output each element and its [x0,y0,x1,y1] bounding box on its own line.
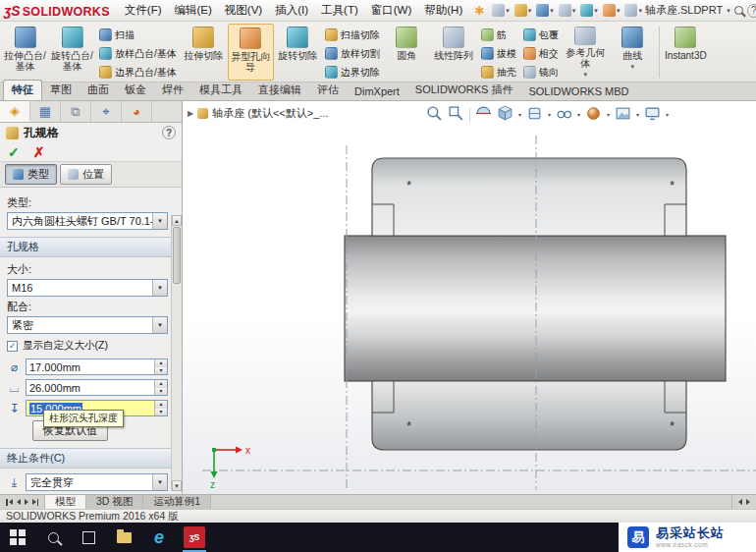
new-document-button[interactable]: ▾ [490,2,512,19]
solidworks-taskbar-button[interactable]: ʒS [177,523,212,552]
first-tab-button[interactable] [6,499,13,506]
size-dropdown[interactable]: M16 ▾ [7,279,168,297]
ribbon-button-mirror[interactable]: 镜向 [520,64,562,81]
save-button[interactable]: ▾ [534,2,556,19]
ribbon-button-revolve-boss[interactable]: 旋转凸台/基体 [49,24,95,81]
ribbon-button-extrude-boss[interactable]: 拉伸凸台/基体 [2,24,48,81]
open-button[interactable]: ▾ [513,2,534,19]
ribbon-button-lofted-boss[interactable]: 放样凸台/基体 [96,45,180,62]
ribbon-button-hole-wizard[interactable]: 异型孔向导 [228,24,274,81]
chevron-down-icon[interactable]: ▾ [518,111,521,118]
tab-sheet-metal[interactable]: 钣金 [117,81,154,100]
help-button[interactable]: ? [747,4,756,18]
ribbon-button-wrap[interactable]: 包覆 [520,27,562,43]
taskbar-search-button[interactable] [35,523,71,552]
custom-size-checkbox[interactable]: ✓ [7,341,18,352]
zoom-area-icon[interactable] [448,105,464,124]
ribbon-button-rib[interactable]: 筋 [478,27,519,43]
spin-down-icon[interactable]: ▾ [155,367,167,375]
scrollbar-thumb[interactable] [173,227,181,284]
ok-button[interactable]: ✓ [8,144,20,160]
subtab-type[interactable]: 类型 [5,164,57,185]
print-button[interactable]: ▾ [557,2,578,19]
pin-menu-icon[interactable]: ✱ [469,4,489,18]
ribbon-button-shell[interactable]: 抽壳 [478,64,519,81]
last-tab-button[interactable] [32,499,39,506]
fastener-type-dropdown[interactable]: 内六角圆柱头螺钉 GB/T 70.1-2000 ▾ [7,212,168,230]
counterbore-diameter-input[interactable]: 26.000mm ▴▾ [26,379,168,396]
tab-features[interactable]: 特征 [3,80,42,100]
ribbon-button-reference-geometry[interactable]: 参考几何体 ▾ [563,24,609,81]
file-explorer-button[interactable] [106,523,141,552]
cancel-button[interactable]: ✗ [33,144,45,160]
part-breadcrumb[interactable]: 轴承座 (默认<<默认>_... [212,106,328,121]
spin-up-icon[interactable]: ▴ [155,401,167,409]
start-button[interactable] [0,523,35,552]
ribbon-button-intersect[interactable]: 相交 [520,45,562,62]
scroll-down-icon[interactable]: ▼ [172,480,182,491]
ribbon-button-revolved-cut[interactable]: 旋转切除 [275,24,321,81]
scroll-up-icon[interactable]: ▲ [172,215,182,226]
ribbon-button-instant3d[interactable]: Instant3D [663,24,709,81]
ribbon-button-linear-pattern[interactable]: 线性阵列 [431,24,477,81]
edge-browser-button[interactable]: e [141,523,177,552]
rebuild-button[interactable]: ▾ [601,2,622,19]
tab-evaluate[interactable]: 评估 [309,81,347,100]
tab-sketch[interactable]: 草图 [42,81,80,100]
tab-mold-tools[interactable]: 模具工具 [191,81,250,100]
chevron-down-icon[interactable]: ▾ [636,111,639,118]
search-icon[interactable] [734,6,743,15]
tab-dimxpert[interactable]: DimXpert [347,83,407,100]
ribbon-button-fillet[interactable]: 圆角 [384,24,430,81]
graphics-viewport[interactable]: ▶ 轴承座 (默认<<默认>_... ▾ ▾ ▾ ▾ ▾ ▾ [183,101,756,494]
edit-appearance-icon[interactable] [585,105,602,124]
undo-button[interactable]: ▾ [578,2,600,19]
subtab-positions[interactable]: 位置 [60,164,112,185]
ribbon-button-boundary-boss[interactable]: 边界凸台/基体 [96,64,180,81]
configuration-tab[interactable]: ⧉ [61,101,91,122]
search-box[interactable]: 轴承座.SLDPRT ▾ ? [645,3,756,18]
end-condition-dropdown[interactable]: 完全贯穿 ▾ [26,473,168,491]
tab-motion-study[interactable]: 运动算例1 [143,495,211,509]
zoom-fit-icon[interactable] [426,105,443,124]
featuremanager-tab[interactable]: ▦ [30,101,61,122]
panel-help-button[interactable]: ? [162,126,176,139]
hide-show-items-icon[interactable] [556,105,572,124]
chevron-down-icon[interactable]: ▾ [577,111,580,118]
ribbon-button-curves[interactable]: 曲线 ▾ [610,24,656,81]
options-button[interactable]: ▾ [622,2,644,19]
ribbon-button-draft[interactable]: 拔模 [478,45,519,62]
ribbon-button-swept-boss[interactable]: 扫描 [96,27,180,43]
tab-model[interactable]: 模型 [45,495,86,509]
display-manager-tab[interactable]: ◕ [122,101,152,122]
scroll-right-icon[interactable] [746,499,750,505]
spin-up-icon[interactable]: ▴ [155,359,167,367]
expand-tree-icon[interactable]: ▶ [188,109,193,118]
menu-file[interactable]: 文件(F) [119,0,168,21]
chevron-down-icon[interactable]: ▾ [607,111,610,118]
ribbon-button-swept-cut[interactable]: 扫描切除 [322,27,383,43]
menu-tools[interactable]: 工具(T) [315,0,364,21]
scroll-left-icon[interactable] [738,499,742,505]
next-tab-button[interactable] [25,499,28,505]
menu-view[interactable]: 视图(V) [219,0,268,21]
tab-solidworks-mbd[interactable]: SOLIDWORKS MBD [520,83,636,100]
tab-surfaces[interactable]: 曲面 [80,81,117,100]
display-style-icon[interactable] [526,105,543,124]
ribbon-button-boundary-cut[interactable]: 边界切除 [322,64,383,81]
tab-direct-editing[interactable]: 直接编辑 [250,81,309,100]
feature-tree-flyout[interactable]: ▶ 轴承座 (默认<<默认>_... [188,106,328,121]
spinner[interactable]: ▴▾ [154,359,167,374]
spin-down-icon[interactable]: ▾ [155,409,167,416]
menu-window[interactable]: 窗口(W) [365,0,418,21]
menu-edit[interactable]: 编辑(E) [169,0,218,21]
fit-dropdown[interactable]: 紧密 ▾ [7,316,168,334]
view-settings-icon[interactable] [644,105,661,124]
menu-help[interactable]: 帮助(H) [418,0,468,21]
ribbon-button-extruded-cut[interactable]: 拉伸切除 [181,24,227,81]
apply-scene-icon[interactable] [615,105,631,124]
spin-down-icon[interactable]: ▾ [155,388,167,396]
propertymanager-tab[interactable]: ◈ [0,101,30,122]
spin-up-icon[interactable]: ▴ [155,380,167,388]
chevron-down-icon[interactable]: ▾ [666,111,669,118]
